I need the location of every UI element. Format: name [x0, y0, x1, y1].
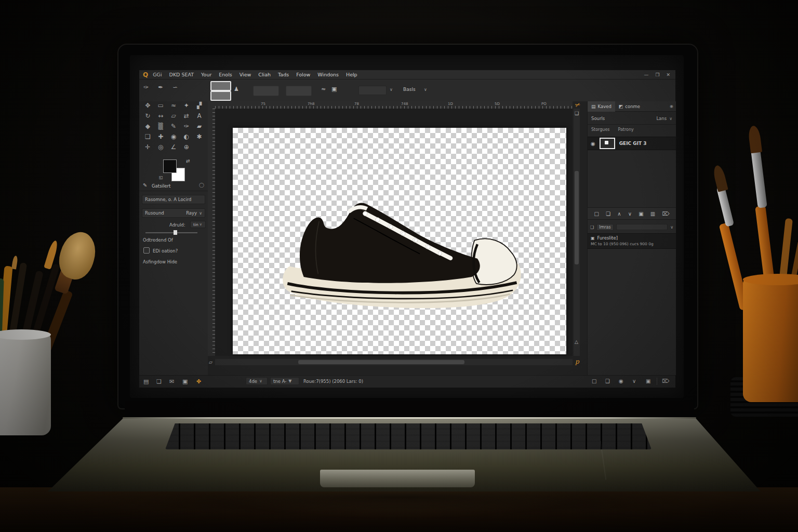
chevron-down-icon[interactable]: ∨: [669, 116, 672, 121]
items-field[interactable]: [616, 224, 668, 230]
rotate-tool-icon[interactable]: ↻: [141, 113, 154, 119]
foreground-color-swatch[interactable]: [163, 159, 177, 173]
cloud-icon[interactable]: ≈: [321, 86, 326, 92]
layer-row[interactable]: ◉ GEIC GIT 3: [588, 137, 676, 150]
menu-windows[interactable]: Windons: [317, 72, 339, 77]
record-item-icon[interactable]: ◉: [619, 378, 623, 384]
tab-channels[interactable]: ◩ conme: [615, 101, 644, 112]
canvas-viewport[interactable]: [215, 109, 573, 356]
card-icon[interactable]: ▣: [331, 86, 337, 92]
lower-layer-button[interactable]: ∨: [628, 211, 632, 217]
new-layer-button[interactable]: □: [594, 211, 599, 217]
brush-name-field[interactable]: Rasomne, o. A Locird: [142, 195, 205, 204]
heal-tool-icon[interactable]: ✚: [154, 134, 167, 140]
minimize-button[interactable]: —: [644, 72, 648, 77]
paintbrush-tool-icon[interactable]: ✑: [180, 123, 193, 130]
color-picker-tool-icon[interactable]: ✛: [141, 144, 154, 151]
items-icon[interactable]: ❑: [590, 225, 594, 230]
opacity-slider-track[interactable]: [145, 232, 197, 233]
chevron-down-icon[interactable]: ∨: [670, 225, 673, 230]
close-button[interactable]: ✕: [666, 72, 670, 77]
toolbar-dropdown-field[interactable]: [358, 86, 387, 95]
move-tool-icon[interactable]: ✥: [141, 102, 154, 109]
new-group-button[interactable]: ❏: [606, 211, 610, 217]
visibility-eye-icon[interactable]: ◉: [591, 141, 595, 147]
layer-mode-value[interactable]: Lans: [656, 116, 667, 121]
trash-item-icon[interactable]: ⌦: [662, 378, 669, 384]
raise-layer-button[interactable]: ∧: [617, 211, 621, 217]
anchor-icon[interactable]: ▱: [209, 360, 212, 365]
default-colors-icon[interactable]: ◱: [159, 175, 163, 180]
zoom-select[interactable]: 4de ∨: [246, 377, 268, 385]
opacity-unit-select[interactable]: tin ∨: [190, 221, 206, 228]
toolbar-button-2[interactable]: [286, 86, 312, 96]
boxed-item-icon[interactable]: ▣: [646, 378, 650, 384]
swap-colors-icon[interactable]: ⇄: [186, 158, 190, 164]
menu-image[interactable]: Cliah: [258, 72, 271, 77]
gradient-tool-icon[interactable]: ▒: [154, 123, 167, 130]
avatar-icon[interactable]: ♟: [234, 86, 239, 92]
lasso-tool-icon[interactable]: ≈: [167, 102, 180, 109]
folder-item-icon[interactable]: ❑: [605, 378, 610, 384]
image-preview-thumb-1[interactable]: [210, 81, 231, 91]
expand-item-icon[interactable]: ∨: [632, 378, 636, 384]
merge-layer-button[interactable]: ▥: [650, 211, 655, 217]
image-thumbnail-icon[interactable]: ▣: [182, 378, 188, 385]
save-image-icon[interactable]: ❏: [156, 378, 162, 385]
horizontal-scrollbar[interactable]: [215, 359, 573, 365]
panel-menu-icon[interactable]: ◉: [670, 104, 673, 109]
vertical-scrollbar[interactable]: [574, 109, 580, 356]
open-image-icon[interactable]: ▤: [143, 378, 149, 385]
chevron-down-icon[interactable]: ∨: [390, 87, 393, 92]
horizontal-ruler[interactable]: 75 7h8 78 748 1D 5D PO: [215, 101, 573, 109]
toolbox-smudge-icon[interactable]: ∽: [172, 84, 178, 91]
mode-select[interactable]: Rusound Rayy ∨: [142, 208, 205, 218]
eraser-tool-icon[interactable]: ▰: [193, 123, 206, 130]
clone-tool-icon[interactable]: ❏: [141, 134, 154, 140]
layer-thumbnail[interactable]: [600, 138, 615, 149]
fuzzy-select-tool-icon[interactable]: ✦: [180, 102, 193, 109]
items-label[interactable]: lmras: [596, 224, 613, 231]
align-tool-icon[interactable]: ⊕: [180, 144, 193, 151]
shear-tool-icon[interactable]: ▱: [167, 113, 180, 119]
delete-layer-button[interactable]: ⌦: [662, 211, 669, 217]
chain-link-icon[interactable]: ✤: [196, 378, 201, 385]
canvas-image[interactable]: [233, 128, 566, 354]
measure-tool-icon[interactable]: ∠: [167, 144, 180, 151]
ruler-corner[interactable]: [208, 101, 216, 109]
flip-tool-icon[interactable]: ⇄: [180, 113, 193, 119]
reset-icon[interactable]: ◯: [199, 182, 204, 188]
blur-tool-icon[interactable]: ◉: [167, 134, 180, 140]
layer-name[interactable]: GEIC GIT 3: [619, 141, 647, 146]
rect-select-tool-icon[interactable]: ▭: [154, 102, 167, 109]
vertical-ruler[interactable]: [208, 109, 216, 356]
menu-tools-2[interactable]: Tads: [278, 72, 289, 77]
menu-file[interactable]: GGi: [153, 72, 162, 77]
vertical-scroll-thumb[interactable]: [575, 171, 579, 264]
navigation-icon[interactable]: ❑: [575, 111, 579, 116]
unit-select[interactable]: tne A- ▼: [270, 377, 299, 385]
chevron-down-icon[interactable]: ∨: [424, 87, 427, 92]
menu-tools-1[interactable]: Enols: [219, 72, 232, 77]
opacity-slider-handle[interactable]: [174, 230, 177, 235]
crop-tool-icon[interactable]: ▞: [193, 102, 206, 109]
app-logo-icon[interactable]: Q: [143, 71, 148, 78]
horizontal-scroll-thumb[interactable]: [298, 360, 464, 364]
tab-layers[interactable]: ▤ Kaved: [588, 101, 615, 112]
toolbox-ink-icon[interactable]: ✒: [158, 84, 163, 91]
scissors-icon[interactable]: ✂: [574, 101, 581, 110]
bucket-fill-tool-icon[interactable]: ◆: [141, 123, 154, 130]
duplicate-layer-button[interactable]: ▣: [639, 211, 643, 217]
history-info[interactable]: ▣ Fureslite] MC to 10 (950 096) cucs 900…: [588, 233, 676, 249]
menu-select[interactable]: Your: [201, 72, 211, 77]
toolbox-airbrush-icon[interactable]: ✑: [143, 84, 149, 91]
text-tool-icon[interactable]: A: [193, 113, 206, 119]
sub-label-2[interactable]: Patrony: [618, 127, 634, 136]
sub-label-1[interactable]: Storgues: [591, 127, 610, 136]
toolbar-button-1[interactable]: [253, 86, 279, 96]
image-preview-thumb-2[interactable]: [210, 91, 231, 101]
scale-tool-icon[interactable]: ↔: [154, 113, 167, 119]
menu-help[interactable]: Help: [346, 72, 357, 77]
dodge-burn-tool-icon[interactable]: ◐: [180, 134, 193, 140]
zoom-tool-icon[interactable]: ◎: [154, 144, 167, 151]
